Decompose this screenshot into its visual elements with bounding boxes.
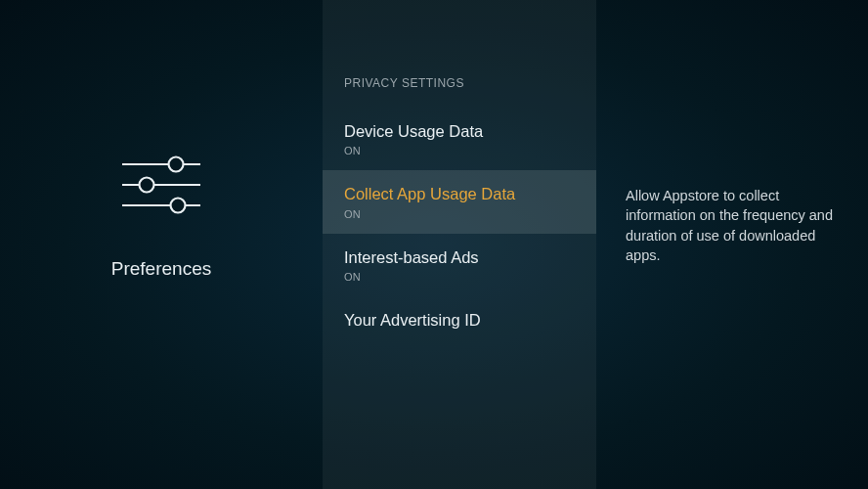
setting-status: ON (344, 145, 575, 156)
settings-list: PRIVACY SETTINGS Device Usage Data ON Co… (323, 0, 596, 489)
sliders-icon (117, 151, 205, 219)
section-header: PRIVACY SETTINGS (323, 76, 596, 108)
setting-interest-based-ads[interactable]: Interest-based Ads ON (323, 234, 596, 296)
svg-point-3 (140, 178, 154, 193)
left-panel-title: Preferences (111, 258, 211, 280)
setting-label: Device Usage Data (344, 121, 575, 142)
svg-point-1 (169, 157, 184, 172)
setting-label: Collect App Usage Data (344, 184, 575, 204)
setting-device-usage-data[interactable]: Device Usage Data ON (323, 108, 596, 170)
left-panel: Preferences (0, 0, 323, 489)
setting-label: Interest-based Ads (344, 247, 575, 268)
setting-status: ON (344, 208, 575, 220)
setting-your-advertising-id[interactable]: Your Advertising ID (323, 296, 596, 347)
svg-point-5 (171, 199, 186, 213)
setting-status: ON (344, 271, 575, 283)
setting-label: Your Advertising ID (344, 310, 575, 331)
detail-panel: Allow Appstore to collect information on… (596, 0, 868, 489)
setting-collect-app-usage-data[interactable]: Collect App Usage Data ON (323, 170, 596, 233)
setting-description: Allow Appstore to collect information on… (626, 186, 839, 265)
